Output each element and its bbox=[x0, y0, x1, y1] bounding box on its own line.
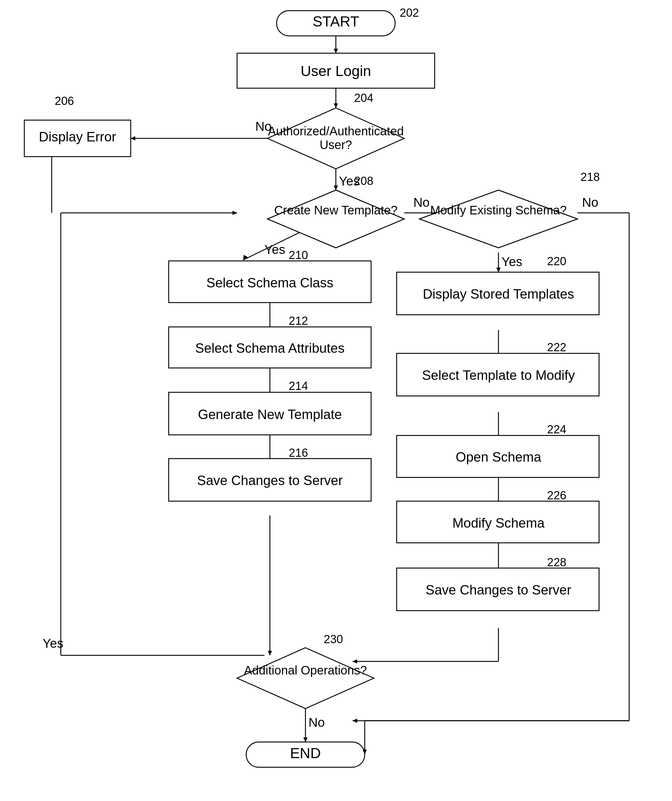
select-schema-class-label: Select Schema Class bbox=[206, 275, 334, 290]
label-220: 220 bbox=[547, 255, 566, 268]
label-202: 202 bbox=[400, 6, 419, 19]
label-226: 226 bbox=[547, 489, 566, 502]
auth-check-label: Authorized/Authenticated bbox=[268, 124, 404, 138]
svg-text:No: No bbox=[413, 195, 430, 209]
label-204: 204 bbox=[354, 92, 373, 104]
label-214: 214 bbox=[289, 380, 308, 392]
label-224: 224 bbox=[547, 423, 566, 436]
label-230: 230 bbox=[324, 633, 343, 646]
flowchart-diagram: No Yes Yes No Yes No bbox=[0, 0, 672, 801]
svg-text:No: No bbox=[308, 715, 325, 730]
label-210: 210 bbox=[289, 249, 308, 262]
label-228: 228 bbox=[547, 556, 566, 569]
modify-schema-q-label: Modify Existing Schema? bbox=[430, 203, 566, 217]
label-218: 218 bbox=[581, 170, 600, 183]
label-212: 212 bbox=[289, 314, 308, 327]
svg-text:Yes: Yes bbox=[502, 254, 523, 269]
modify-schema-label: Modify Schema bbox=[452, 515, 545, 530]
create-template-label: Create New Template? bbox=[274, 203, 398, 217]
user-login-label: User Login bbox=[301, 63, 371, 79]
label-222: 222 bbox=[547, 341, 566, 354]
label-216: 216 bbox=[289, 446, 308, 459]
save-changes-228-label: Save Changes to Server bbox=[425, 582, 571, 597]
label-208: 208 bbox=[354, 175, 373, 187]
start-label: START bbox=[313, 13, 359, 29]
generate-template-label: Generate New Template bbox=[198, 407, 342, 422]
additional-ops-label: Additional Operations? bbox=[244, 664, 367, 677]
display-error-label: Display Error bbox=[39, 129, 116, 144]
display-stored-label: Display Stored Templates bbox=[423, 286, 574, 301]
end-label: END bbox=[290, 745, 321, 761]
select-template-label: Select Template to Modify bbox=[422, 368, 575, 383]
label-206: 206 bbox=[55, 95, 74, 107]
save-changes-216-label: Save Changes to Server bbox=[197, 473, 343, 488]
select-schema-attrs-label: Select Schema Attributes bbox=[195, 341, 345, 355]
svg-text:No: No bbox=[582, 195, 598, 209]
svg-text:Yes: Yes bbox=[265, 242, 285, 257]
open-schema-label: Open Schema bbox=[455, 449, 541, 464]
svg-text:Yes: Yes bbox=[43, 636, 64, 650]
svg-text:User?: User? bbox=[320, 138, 352, 151]
